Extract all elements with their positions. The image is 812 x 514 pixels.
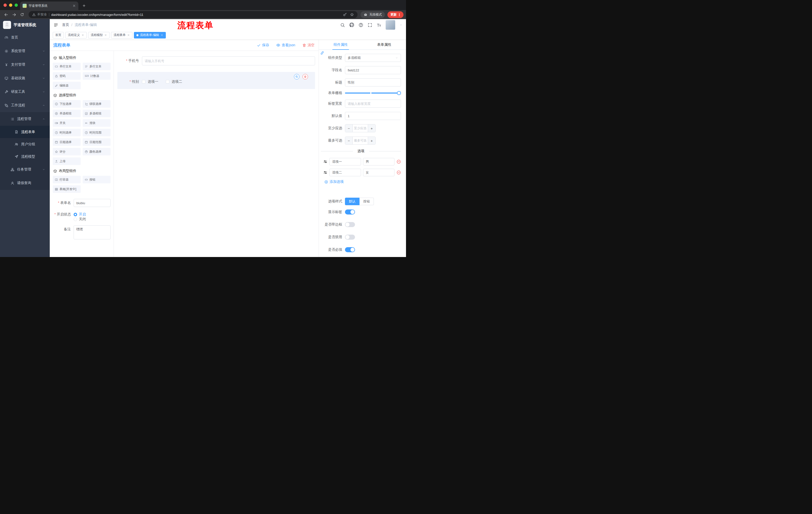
increase-button[interactable]: +: [368, 125, 375, 132]
font-size-icon[interactable]: [377, 23, 381, 27]
tag-process-model[interactable]: 流程模型: [88, 32, 110, 38]
palette-item-single-line-text[interactable]: 单行文本: [53, 63, 81, 70]
save-button[interactable]: 保存: [257, 43, 269, 48]
phone-input[interactable]: [142, 56, 315, 65]
palette-item-cascader[interactable]: 级联选择: [83, 100, 111, 108]
status-on-radio[interactable]: 开启: [74, 212, 86, 217]
close-icon[interactable]: [104, 34, 107, 36]
option-1-label-input[interactable]: [329, 158, 361, 165]
style-default-button[interactable]: 默认: [345, 198, 359, 205]
max-select-value[interactable]: 最多可选: [353, 137, 368, 144]
avatar[interactable]: [386, 20, 395, 30]
required-switch[interactable]: [345, 247, 355, 252]
disabled-switch[interactable]: [345, 235, 355, 240]
option-2-label-input[interactable]: [329, 169, 361, 176]
sidebar-item-home[interactable]: 首页: [0, 31, 50, 44]
palette-item-table[interactable]: 表格[开发中]: [53, 185, 81, 193]
collapse-menu-button[interactable]: [50, 23, 62, 27]
component-type-select[interactable]: 多选框组: [345, 54, 401, 62]
canvas-field-gender-selected[interactable]: 性别 选项一 选项二: [117, 72, 315, 89]
menu-dots-icon[interactable]: [398, 13, 401, 17]
tag-process-definition[interactable]: 流程定义: [65, 32, 87, 38]
gender-option-1-checkbox[interactable]: 选项一: [142, 79, 158, 84]
add-option-button[interactable]: 添加选项: [324, 180, 401, 184]
avatar-caret-icon[interactable]: [400, 23, 403, 26]
tab-component-props[interactable]: 组件属性: [319, 40, 362, 50]
sidebar-item-process-form[interactable]: 流程表单: [0, 126, 50, 138]
style-button-button[interactable]: 按钮: [359, 198, 374, 205]
show-label-switch[interactable]: [345, 210, 355, 215]
remove-option-icon[interactable]: [397, 170, 401, 175]
address-bar[interactable]: 不安全 dashboard.yudao.iocoder.cn/bpm/manag…: [29, 11, 357, 18]
breadcrumb-home[interactable]: 首页: [62, 23, 69, 27]
form-name-input[interactable]: [74, 199, 111, 207]
sidebar-item-dev-tools[interactable]: 研发工具: [0, 85, 50, 99]
remove-option-icon[interactable]: [397, 159, 401, 164]
window-zoom-button[interactable]: [14, 3, 18, 7]
sidebar-item-payment-mgmt[interactable]: 支付管理: [0, 58, 50, 72]
tag-process-form-edit[interactable]: 流程表单-编辑: [134, 32, 166, 38]
title-input[interactable]: [345, 78, 401, 86]
github-icon[interactable]: [349, 22, 354, 27]
palette-item-date-range[interactable]: 日期范围: [83, 138, 111, 146]
palette-item-row-container[interactable]: 行容器: [53, 176, 81, 183]
palette-item-time-picker[interactable]: 时间选择: [53, 129, 81, 136]
palette-item-counter[interactable]: 123 计数器: [83, 72, 111, 80]
palette-item-editor[interactable]: 编辑器: [53, 82, 81, 89]
status-off-radio[interactable]: 关闭: [74, 217, 86, 221]
back-button[interactable]: [2, 11, 9, 18]
palette-item-switch[interactable]: 开关: [53, 119, 81, 127]
option-1-value-input[interactable]: [363, 158, 395, 165]
window-minimize-button[interactable]: [9, 3, 12, 7]
tab-form-props[interactable]: 表单属性: [362, 40, 406, 50]
clear-button[interactable]: 清空: [302, 43, 315, 48]
field-name-input[interactable]: [345, 66, 401, 74]
increase-button[interactable]: +: [368, 137, 375, 144]
palette-item-select[interactable]: 下拉选择: [53, 100, 81, 108]
search-icon[interactable]: [340, 23, 345, 27]
palette-item-color-picker[interactable]: 颜色选择: [83, 148, 111, 155]
border-switch[interactable]: [345, 222, 355, 227]
reload-button[interactable]: [19, 11, 26, 18]
decrease-button[interactable]: −: [345, 125, 353, 132]
sidebar-item-infrastructure[interactable]: 基础设施: [0, 72, 50, 85]
sidebar-item-process-model[interactable]: 流程模型: [0, 151, 50, 163]
tag-home[interactable]: 首页: [53, 32, 64, 38]
palette-item-multi-line-text[interactable]: 多行文本: [83, 63, 111, 70]
bookmark-star-icon[interactable]: [350, 12, 354, 17]
close-icon[interactable]: [161, 34, 163, 36]
new-tab-button[interactable]: [81, 2, 87, 8]
min-select-value[interactable]: 至少应选: [353, 125, 368, 132]
palette-item-slider[interactable]: 滑块: [83, 119, 111, 127]
palette-item-date-picker[interactable]: 日期选择: [53, 138, 81, 146]
browser-tab[interactable]: 芋道管理系统: [20, 1, 78, 10]
browser-update-button[interactable]: 更新: [387, 11, 404, 18]
fullscreen-icon[interactable]: [368, 23, 372, 27]
palette-item-checkbox-group[interactable]: 多选框组: [83, 110, 111, 117]
palette-item-time-range[interactable]: 时间范围: [83, 129, 111, 136]
password-key-icon[interactable]: [343, 12, 347, 17]
form-remark-textarea[interactable]: 嘿嘿: [74, 225, 111, 239]
label-width-input[interactable]: [345, 100, 401, 108]
close-icon[interactable]: [81, 34, 84, 36]
form-grid-slider[interactable]: [345, 92, 399, 93]
sidebar-item-workflow[interactable]: 工作流程: [0, 99, 50, 112]
drag-handle-icon[interactable]: [323, 170, 327, 174]
copy-component-button[interactable]: [294, 74, 299, 79]
palette-item-upload[interactable]: 上传: [53, 157, 81, 165]
canvas-field-phone[interactable]: 手机号: [117, 56, 315, 65]
sidebar-item-user-group[interactable]: 用户分组: [0, 138, 50, 151]
sidebar-item-task-mgmt[interactable]: 任务管理: [0, 163, 50, 176]
sidebar-item-leave-query[interactable]: 请假查询: [0, 176, 50, 190]
close-icon[interactable]: [127, 34, 130, 36]
tag-process-form[interactable]: 流程表单: [111, 32, 133, 38]
forward-button[interactable]: [10, 11, 18, 18]
view-json-button[interactable]: 查看json: [276, 43, 295, 48]
help-icon[interactable]: [358, 23, 363, 27]
link-icon[interactable]: [320, 51, 324, 55]
window-close-button[interactable]: [3, 3, 7, 7]
palette-item-rate[interactable]: 评分: [53, 148, 81, 155]
sidebar-item-process-mgmt[interactable]: 流程管理: [0, 112, 50, 126]
default-value-input[interactable]: [345, 112, 401, 120]
tab-close-icon[interactable]: [72, 4, 76, 7]
